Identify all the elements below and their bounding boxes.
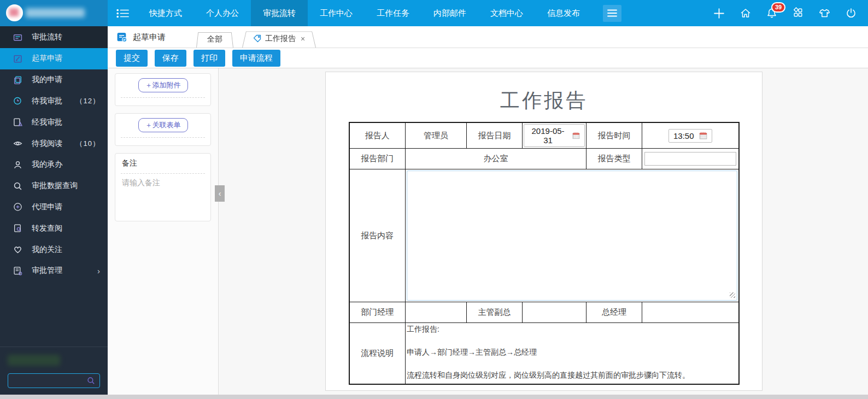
sidebar-item-approved-by-me[interactable]: 经我审批	[0, 112, 108, 133]
report-type-input[interactable]	[644, 152, 736, 166]
sidebar-item-approval-data-query[interactable]: 审批数据查询	[0, 175, 108, 197]
sidebar: 审批流转 起草申请 我的申请 待我审批 （12）	[0, 26, 108, 395]
sidebar-item-label: 经我审批	[32, 118, 62, 127]
search-icon[interactable]	[87, 377, 95, 385]
attachment-box: ＋添加附件	[115, 73, 211, 106]
report-content-textarea[interactable]	[407, 171, 737, 301]
nav-item-work-tasks[interactable]: 工作任务	[365, 0, 421, 26]
logo-area	[0, 0, 108, 26]
topbar: 快捷方式 个人办公 审批流转 工作中心 工作任务 内部邮件 文档中心 信息发布	[0, 0, 868, 26]
add-attachment-button[interactable]: ＋添加附件	[138, 78, 188, 92]
tab-work-report[interactable]: 工作报告 ×	[242, 30, 316, 48]
pending-read-eye-icon	[13, 139, 22, 148]
reporter-label: 报告人	[349, 122, 406, 149]
report-type-label: 报告类型	[587, 149, 642, 169]
tag-icon	[253, 34, 261, 43]
sidebar-item-approval-flow[interactable]: 审批流转	[0, 26, 108, 48]
remark-label: 备注	[115, 154, 210, 168]
remark-input[interactable]	[122, 178, 204, 197]
panel-collapse-handle[interactable]: ‹	[215, 185, 225, 202]
deputy-manager-label: 主管副总	[467, 302, 523, 323]
tab-bar: 起草申请 全部 工作报告 ×	[108, 26, 868, 48]
toolbar: 提交 保存 打印 申请流程	[108, 48, 868, 68]
my-applications-icon	[13, 75, 22, 85]
report-date-value: 2019-05-31	[529, 126, 567, 145]
submit-button[interactable]: 提交	[116, 50, 148, 67]
sidebar-item-approval-management[interactable]: 审批管理 ›	[0, 260, 108, 281]
process-desc-label: 流程说明	[349, 323, 406, 384]
content-area: 起草申请 全部 工作报告 × 提交 保存	[108, 26, 868, 395]
table-row: 流程说明 工作报告: 申请人→部门经理→主管副总→总经理 流程流转和自身岗位级别…	[349, 323, 739, 384]
power-logout-icon[interactable]	[845, 7, 857, 19]
tab-label: 全部	[207, 34, 222, 44]
sidebar-item-proxy-application[interactable]: 代理申请	[0, 197, 108, 218]
nav-item-shortcuts[interactable]: 快捷方式	[137, 0, 194, 26]
sidebar-item-my-applications[interactable]: 我的申请	[0, 69, 108, 91]
resize-grip-icon[interactable]	[730, 292, 735, 298]
sidebar-item-label: 起草申请	[32, 54, 62, 63]
report-time-value: 13:50	[673, 131, 694, 140]
report-table: 报告人 管理员 报告日期 2019-05-31	[349, 122, 740, 385]
sidebar-item-draft-application[interactable]: 起草申请	[0, 48, 108, 69]
sidebar-item-label: 我的承办	[32, 160, 62, 169]
app-window: 快捷方式 个人办公 审批流转 工作中心 工作任务 内部邮件 文档中心 信息发布	[0, 0, 868, 399]
forward-read-icon	[13, 224, 22, 233]
nav-item-info-publish[interactable]: 信息发布	[535, 0, 592, 26]
sidebar-item-pending-my-approval[interactable]: 待我审批 （12）	[0, 91, 108, 112]
my-follow-heart-icon	[13, 245, 22, 254]
report-date-label: 报告日期	[467, 122, 523, 149]
collapse-menu-icon[interactable]	[108, 8, 137, 19]
more-menus-icon[interactable]	[603, 5, 621, 22]
sidebar-item-my-follow[interactable]: 我的关注	[0, 239, 108, 260]
save-button[interactable]: 保存	[155, 50, 186, 67]
nav-item-approval-flow[interactable]: 审批流转	[251, 0, 308, 26]
form-title: 工作报告	[326, 87, 762, 114]
table-row: 部门经理 主管副总 总经理	[349, 302, 739, 323]
divider	[121, 173, 205, 174]
print-button[interactable]: 打印	[193, 50, 225, 67]
sidebar-item-forward-read[interactable]: 转发查阅	[0, 218, 108, 239]
sidebar-bottom	[0, 347, 108, 395]
sidebar-item-label: 待我阅读	[32, 139, 62, 149]
report-form-paper: 工作报告 报告人 管理员 报告日期	[325, 72, 763, 391]
process-line: 工作报告:	[407, 325, 737, 335]
sidebar-item-my-undertaking[interactable]: 我的承办	[0, 154, 108, 175]
pending-approval-icon	[13, 96, 22, 105]
topbar-right-icons: 39	[713, 7, 868, 20]
process-desc-content: 工作报告: 申请人→部门经理→主管副总→总经理 流程流转和自身岗位级别对应，岗位…	[406, 323, 739, 384]
dept-manager-label: 部门经理	[349, 302, 406, 323]
home-icon[interactable]	[740, 7, 752, 19]
sidebar-item-pending-my-read[interactable]: 待我阅读 （10）	[0, 133, 108, 154]
sidebar-item-label: 审批流转	[32, 32, 62, 42]
notifications-bell-icon[interactable]: 39	[766, 7, 778, 19]
nav-item-document-center[interactable]: 文档中心	[478, 0, 535, 26]
logo-blurred-image	[9, 8, 19, 16]
calendar-icon	[699, 132, 707, 139]
tab-all[interactable]: 全部	[196, 31, 233, 48]
report-time-picker[interactable]: 13:50	[668, 129, 712, 143]
add-icon[interactable]	[713, 7, 725, 20]
sidebar-item-label: 我的关注	[32, 245, 62, 255]
report-date-picker[interactable]: 2019-05-31	[524, 124, 585, 147]
form-canvas: 工作报告 报告人 管理员 报告日期	[219, 68, 868, 395]
approved-by-me-icon	[13, 118, 22, 127]
apps-grid-icon[interactable]	[792, 7, 804, 19]
link-form-button[interactable]: ＋关联表单	[138, 118, 188, 132]
dept-manager-value	[406, 302, 467, 323]
module-header: 起草申请	[108, 32, 166, 48]
gm-value	[642, 302, 739, 323]
nav-item-work-center[interactable]: 工作中心	[308, 0, 365, 26]
nav-items: 快捷方式 个人办公 审批流转 工作中心 工作任务 内部邮件 文档中心 信息发布	[137, 0, 592, 26]
sidebar-search-input[interactable]	[8, 373, 100, 388]
tab-close-icon[interactable]: ×	[300, 34, 305, 43]
process-line: 申请人→部门经理→主管副总→总经理	[407, 348, 737, 357]
horizontal-scrollbar[interactable]	[0, 395, 868, 399]
submenu-chevron-icon: ›	[97, 266, 100, 275]
theme-shirt-icon[interactable]	[818, 7, 831, 19]
calendar-icon	[572, 132, 580, 139]
nav-item-internal-mail[interactable]: 内部邮件	[421, 0, 478, 26]
nav-item-personal-office[interactable]: 个人办公	[194, 0, 251, 26]
sidebar-item-label: 转发查阅	[32, 224, 62, 233]
approval-management-icon	[13, 266, 22, 275]
apply-flow-button[interactable]: 申请流程	[232, 50, 280, 67]
